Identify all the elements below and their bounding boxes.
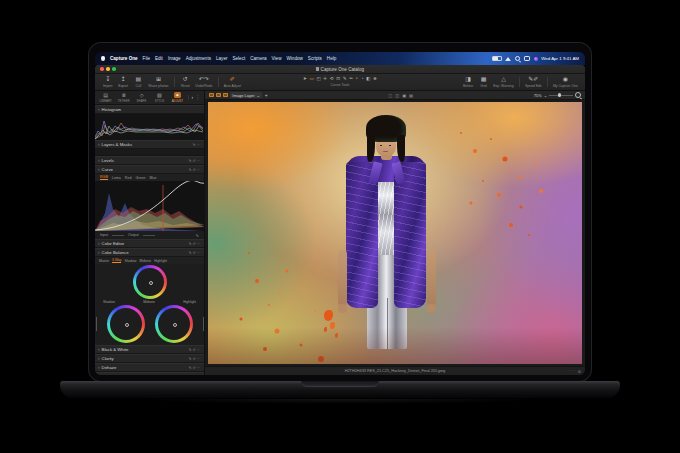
select-tool-icon[interactable]: ▭: [309, 76, 313, 82]
menu-help[interactable]: Help: [327, 56, 336, 61]
zoom-slider[interactable]: [549, 95, 573, 96]
proof-view-icon[interactable]: ▤: [409, 93, 413, 98]
cb-tab-midtone[interactable]: Midtone: [139, 259, 151, 263]
minimize-button[interactable]: [106, 67, 110, 71]
cb-tab-highlight[interactable]: Highlight: [154, 259, 167, 263]
menu-scripts[interactable]: Scripts: [308, 56, 322, 61]
pick-color-tool-icon[interactable]: ⌖: [356, 76, 359, 82]
reset-button[interactable]: ↺ Reset: [180, 76, 191, 87]
exposure-warning-button[interactable]: △ Exp. Warning: [493, 76, 513, 87]
move-tool-icon[interactable]: ✛: [323, 76, 327, 82]
menu-layer[interactable]: Layer: [216, 56, 228, 61]
tab-shape[interactable]: ◇ SHAPE: [133, 92, 150, 103]
menu-adjustments[interactable]: Adjustments: [186, 56, 211, 61]
before-button[interactable]: ◨ Before: [463, 76, 474, 87]
zoom-dropdown-icon[interactable]: ⌄: [544, 93, 547, 98]
crop-tool-icon[interactable]: ◰: [316, 76, 320, 82]
cb-tab-master[interactable]: Master: [99, 259, 109, 263]
close-button[interactable]: [100, 67, 104, 71]
section-action-icons[interactable]: ✎↺⋯: [188, 168, 201, 172]
heal-tool-icon[interactable]: ◧: [366, 76, 370, 82]
menu-view[interactable]: View: [272, 56, 282, 61]
grid-button[interactable]: ▦ Grid: [478, 76, 489, 87]
curve-output-value[interactable]: [143, 235, 155, 236]
section-action-icons[interactable]: ✎↺⋯: [188, 375, 201, 376]
auto-adjust-button[interactable]: ✐ Auto Adjust: [224, 76, 241, 87]
curve-input-value[interactable]: [112, 235, 124, 236]
menu-bar-clock[interactable]: Wed Apr 1 9:41 AM: [541, 56, 579, 61]
multi-view-icon[interactable]: ▣: [402, 93, 406, 98]
tab-style[interactable]: ▨ STYLE: [151, 92, 168, 103]
menu-app-name[interactable]: Capture One: [110, 56, 138, 61]
cb-tab-3way[interactable]: 3-Way: [112, 258, 121, 263]
section-action-icons[interactable]: ✎↺⋯: [188, 159, 201, 163]
tab-tether[interactable]: ≣ TETHER: [115, 92, 132, 103]
cull-button[interactable]: ▤ Cull: [133, 76, 144, 87]
control-center-icon[interactable]: [524, 56, 530, 62]
section-clarity[interactable]: › Clarity ✎↺⋯: [95, 354, 204, 363]
tab-adjust[interactable]: ✦ ADJUST: [169, 92, 186, 103]
rating-dots[interactable]: · · · · ·: [565, 369, 576, 373]
photo-image[interactable]: [208, 102, 582, 364]
cb-tab-shadow[interactable]: Shadow: [124, 259, 136, 263]
section-vignetting[interactable]: › Vignetting ✎↺⋯: [95, 372, 204, 375]
menu-select[interactable]: Select: [232, 56, 245, 61]
luminance-slider[interactable]: [96, 317, 97, 331]
more-tabs-icon[interactable]: ⋮: [195, 95, 200, 100]
section-curve[interactable]: › Curve ✎↺⋯: [95, 165, 204, 174]
magnifier-icon[interactable]: [575, 92, 581, 98]
draw-mask-tool-icon[interactable]: ✎: [343, 76, 347, 82]
export-button[interactable]: ↥ Export: [118, 76, 129, 87]
curve-picker-icon[interactable]: ✎: [196, 233, 199, 238]
mask-only-icon[interactable]: [216, 93, 221, 98]
mask-overlay-icon[interactable]: [209, 93, 214, 98]
section-black-white[interactable]: › Black & White ✎↺⋯: [95, 345, 204, 354]
erase-mask-tool-icon[interactable]: ✏: [349, 76, 353, 82]
wifi-icon[interactable]: [505, 57, 511, 61]
white-balance-icon[interactable]: ◑: [191, 95, 194, 100]
layer-selector[interactable]: Image Layer ⌄: [230, 92, 262, 98]
curve-tab-rgb[interactable]: RGB: [100, 175, 108, 180]
undo-redo-button[interactable]: ↶↷ Undo/Redo: [195, 76, 212, 87]
pan-tool-icon[interactable]: ➤: [303, 76, 307, 82]
battery-icon[interactable]: [492, 56, 502, 62]
section-action-icons[interactable]: ✎↺⋯: [188, 242, 201, 246]
share-photos-button[interactable]: ⊞ Share photos: [148, 76, 168, 87]
midtone-color-wheel[interactable]: [133, 265, 167, 299]
single-view-icon[interactable]: ▢: [388, 93, 392, 98]
menu-window[interactable]: Window: [286, 56, 302, 61]
mask-hide-icon[interactable]: [223, 93, 228, 98]
menu-camera[interactable]: Camera: [250, 56, 266, 61]
section-histogram[interactable]: › Histogram: [95, 105, 204, 114]
keystone-tool-icon[interactable]: ⊡: [336, 76, 340, 82]
zoom-tool-icon[interactable]: ⊕: [373, 76, 377, 82]
layer-list-row[interactable]: [95, 149, 204, 156]
section-action-icons[interactable]: ✎↺⋯: [188, 357, 201, 361]
section-action-icons[interactable]: ✎↺⋯: [188, 366, 201, 370]
apple-logo-icon[interactable]: [101, 56, 105, 61]
rotate-tool-icon[interactable]: ⟲: [330, 76, 334, 82]
browser-grid-icon[interactable]: ⊞: [578, 369, 581, 374]
section-dehaze[interactable]: › Dehaze ✎↺⋯: [95, 363, 204, 372]
menu-edit[interactable]: Edit: [155, 56, 163, 61]
curve-tab-blue[interactable]: Blue: [149, 176, 156, 180]
section-levels[interactable]: › Levels ✎↺⋯: [95, 156, 204, 165]
my-capture-one-button[interactable]: ◉ My Capture One: [553, 76, 578, 87]
section-action-icons[interactable]: ✎↺⋯: [188, 251, 201, 255]
section-layers-masks[interactable]: › Layers & Masks ✎⋯: [95, 140, 204, 149]
siri-icon[interactable]: [534, 57, 538, 61]
curve-tab-red[interactable]: Red: [125, 176, 132, 180]
add-layer-button[interactable]: +: [265, 92, 268, 98]
speed-edit-button[interactable]: ✎✐ Speed Edit: [525, 76, 542, 87]
tab-library[interactable]: ▤ LIBRARY: [97, 92, 114, 103]
spot-tool-icon[interactable]: ◔: [361, 76, 364, 82]
curve-graph[interactable]: [95, 181, 204, 231]
menu-image[interactable]: Image: [168, 56, 181, 61]
saturation-slider[interactable]: [203, 317, 204, 331]
spotlight-icon[interactable]: [515, 56, 521, 62]
zoom-level[interactable]: 75%: [534, 93, 542, 98]
section-action-icons[interactable]: ✎⋯: [192, 143, 201, 147]
section-action-icons[interactable]: ✎↺⋯: [188, 348, 201, 352]
menu-file[interactable]: File: [143, 56, 150, 61]
section-color-editor[interactable]: › Color Editor ✎↺⋯: [95, 239, 204, 248]
